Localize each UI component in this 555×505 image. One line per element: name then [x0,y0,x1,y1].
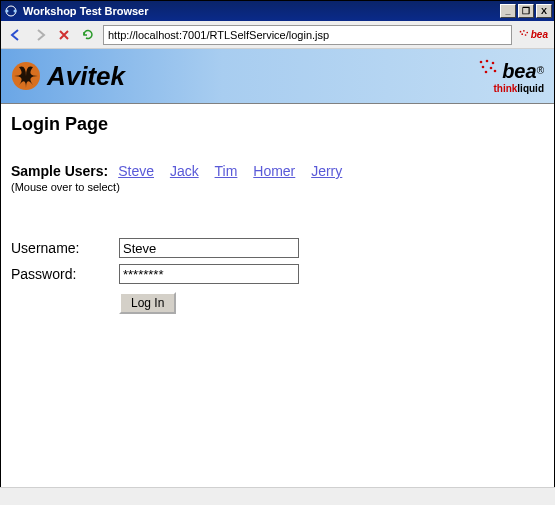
bea-text: bea [502,60,536,82]
login-button[interactable]: Log In [119,292,176,314]
swirl-icon [11,61,41,91]
address-bar[interactable] [103,25,512,45]
username-row: Username: [11,238,544,258]
username-label: Username: [11,240,119,256]
browser-toolbar: bea [1,21,554,49]
sample-user-link[interactable]: Jerry [311,163,342,179]
svg-point-10 [486,60,489,63]
minimize-button[interactable]: _ [500,4,516,18]
page-content: Login Page Sample Users: Steve Jack Tim … [1,104,554,324]
bea-logo: bea® thinkliquid [477,58,544,94]
header-banner: Avitek bea® thinkliquid [1,49,554,104]
sample-user-link[interactable]: Steve [118,163,154,179]
svg-point-7 [525,34,527,36]
maximize-button[interactable]: ❐ [518,4,534,18]
sample-user-link[interactable]: Tim [215,163,238,179]
password-field[interactable] [119,264,299,284]
back-button[interactable] [7,26,25,44]
svg-point-3 [520,30,522,32]
bea-tagline: thinkliquid [477,83,544,94]
sample-user-link[interactable]: Jack [170,163,199,179]
stop-button[interactable] [55,26,73,44]
password-label: Password: [11,266,119,282]
window-titlebar: Workshop Test Browser _ ❐ X [1,1,554,21]
refresh-button[interactable] [79,26,97,44]
username-field[interactable] [119,238,299,258]
forward-button[interactable] [31,26,49,44]
sample-hint: (Mouse over to select) [11,181,544,193]
svg-point-6 [521,33,523,35]
avitek-logo: Avitek [11,61,125,92]
page-title: Login Page [11,114,544,135]
password-row: Password: [11,264,544,284]
svg-point-1 [6,10,9,13]
svg-point-4 [523,29,525,31]
svg-point-15 [494,70,497,73]
sample-users-label: Sample Users: [11,163,108,179]
svg-point-11 [492,62,495,65]
svg-point-9 [480,61,483,64]
sample-users-row: Sample Users: Steve Jack Tim Homer Jerry [11,163,544,179]
svg-point-13 [490,67,493,70]
svg-point-12 [482,66,485,69]
window-controls: _ ❐ X [500,4,552,18]
sample-user-link[interactable]: Homer [253,163,295,179]
svg-point-2 [14,10,17,13]
bea-dots-icon [477,58,499,78]
svg-point-5 [526,31,528,33]
brand-name: Avitek [47,61,125,92]
window-title: Workshop Test Browser [23,5,500,17]
close-button[interactable]: X [536,4,552,18]
svg-point-14 [485,71,488,74]
app-icon [3,3,19,19]
status-bar [0,487,555,505]
bea-small-logo: bea [518,26,548,44]
